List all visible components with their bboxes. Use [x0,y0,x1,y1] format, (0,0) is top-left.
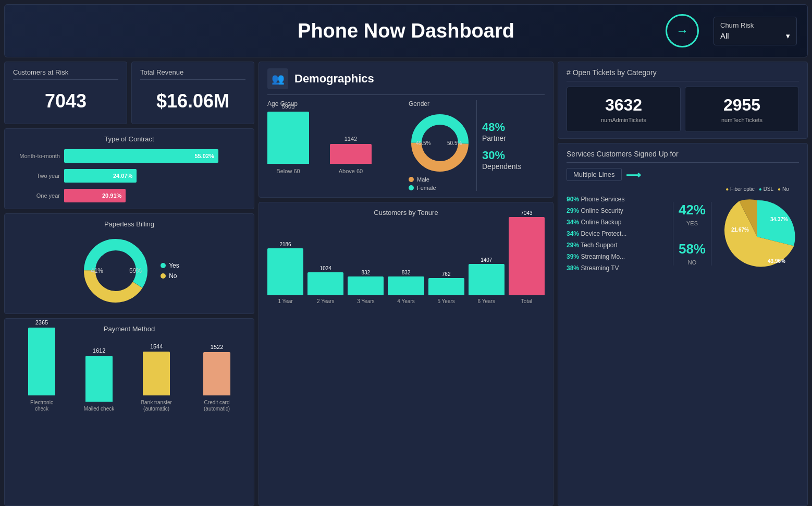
internet-pie-wrapper: 34.37% 43.96% 21.67% [716,195,799,281]
electronic-value: 2365 [35,319,48,326]
tenure-2yr: 1024 2 Years [307,266,343,304]
mailed-value: 1612 [93,347,105,354]
tenure-5yr-bar [428,278,464,295]
service-streaming-mo: 39% Streaming Mo... [567,253,669,260]
no-dot [161,273,166,279]
yes-label: Yes [169,262,179,269]
electronic-bar [28,328,55,395]
kpi-row: Customers at Risk 7043 Total Revenue $16… [4,62,254,124]
age-bars: 5901 Below 60 1142 Above 60 [267,112,403,174]
payment-bar-bank: 1544 Bank transfer (automatic) [138,343,175,412]
paperless-donut-wrapper: 41% 59% Yes No [13,234,245,307]
gender-donut: 49.5% 50.5% [409,112,471,174]
bank-bar [143,352,170,395]
churn-risk-label: Churn Risk [720,21,790,29]
contract-label-1: Two year [13,173,60,179]
service-backup: 34% Online Backup [567,219,669,226]
no-label: No [169,272,177,280]
age-above60: 1142 Above 60 [330,136,372,174]
services-card: Services Customers Signed Up for Multipl… [558,143,808,506]
tenure-total-bar [509,217,545,295]
contract-bar-month: Month-to-month 55.02% [13,149,245,163]
paperless-legend: Yes No [161,262,179,280]
churn-risk-dropdown[interactable]: All ▾ [720,31,790,41]
age-below60: 5901 Below 60 [267,103,309,174]
fiber-legend-item: ● Fiber optic [725,186,755,192]
customers-at-risk-value: 7043 [13,85,118,117]
no-internet-legend-item: ● No [778,186,789,192]
svg-text:50.5%: 50.5% [447,140,462,146]
contract-fill-0: 55.02% [64,149,218,163]
service-tech: 29% Tech Support [567,242,669,249]
contract-bar-one: One year 20.91% [13,189,245,202]
contract-track-0: 55.02% [64,149,245,163]
yes-label: YES [686,220,698,226]
demographics-card: 👥 Demographics Age Group 5901 Below 60 1… [259,62,553,198]
tenure-4yr-bar [388,276,424,295]
total-revenue-value: $16.06M [140,85,245,117]
tech-tickets-label: numTechTickets [694,117,790,123]
payment-bar-electronic: 2365 Electronic check [23,319,60,412]
tenure-2yr-bar [307,272,343,295]
total-revenue-label: Total Revenue [140,68,245,80]
left-column: Customers at Risk 7043 Total Revenue $16… [4,62,254,506]
multiple-lines-label: Multiple Lines [567,168,622,181]
tenure-4yr-val: 832 [402,270,411,275]
gender-svg: 49.5% 50.5% [409,112,471,174]
customers-at-risk-card: Customers at Risk 7043 [4,62,127,124]
paperless-billing-title: Paperless Billing [13,220,245,228]
above60-value: 1142 [345,136,357,142]
contract-label-2: One year [13,192,60,199]
right-column: # Open Tickets by Category 3632 numAdmin… [558,62,808,506]
tenure-1yr: 2186 1 Year [267,242,303,304]
main-layout: Customers at Risk 7043 Total Revenue $16… [0,62,812,506]
tenure-2yr-label: 2 Years [317,298,334,304]
mailed-label: Mailed check [84,406,114,412]
tenure-bars: 2186 1 Year 1024 2 Years 832 3 Years 832 [267,221,545,304]
dsl-legend-item: ● DSL [759,186,773,192]
tenure-card: Customers by Tenure 2186 1 Year 1024 2 Y… [259,202,553,506]
tenure-5yr-val: 762 [442,271,451,277]
fiber-pct-label: 21.67% [731,227,749,233]
svg-text:59%: 59% [129,267,142,274]
gender-donut-section: Gender 49.5% 50.5% [409,100,471,191]
tenure-3yr-label: 3 Years [357,298,374,304]
tenure-5yr-label: 5 Years [437,298,454,304]
tenure-3yr: 832 3 Years [348,270,384,304]
paperless-donut-svg: 41% 59% [79,234,152,307]
tenure-1yr-bar [267,248,303,295]
tenure-4yr: 832 4 Years [388,270,424,304]
contract-title: Type of Contract [13,135,245,143]
svg-text:49.5%: 49.5% [416,140,430,146]
tenure-total-label: Total [521,298,532,304]
service-security: 29% Online Security [567,207,669,214]
contract-fill-2: 20.91% [64,189,126,202]
credit-value: 1522 [211,344,223,350]
contract-card: Type of Contract Month-to-month 55.02% T… [4,128,254,209]
tenure-6yr: 1407 6 Years [469,257,505,304]
services-grid: 90% Phone Services 29% Online Security 3… [567,186,799,281]
churn-risk-filter: Churn Risk All ▾ [713,17,797,45]
nav-arrow-button[interactable]: → [666,14,699,47]
services-title: Services Customers Signed Up for [567,150,799,163]
dsl-pct-label: 34.37% [770,216,788,222]
male-dot [409,177,414,182]
credit-label: Credit card (automatic) [199,400,235,412]
tenure-total: 7043 Total [509,210,545,304]
internet-pie-svg: 34.37% 43.96% 21.67% [716,195,799,279]
total-revenue-card: Total Revenue $16.06M [131,62,254,124]
male-legend: Male [409,176,471,183]
contract-bar-two: Two year 24.07% [13,169,245,183]
tech-tickets-value: 2955 [694,95,790,115]
admin-tickets-box: 3632 numAdminTickets [567,87,681,132]
gender-legend: Male Female [409,176,471,191]
demographics-title: Demographics [294,72,374,86]
female-label: Female [417,185,436,191]
below60-value: 5901 [282,103,294,110]
churn-risk-value: All [720,31,729,40]
admin-tickets-label: numAdminTickets [575,117,672,123]
header: Phone Now Dashboard → Churn Risk All ▾ [4,4,808,57]
tenure-1yr-val: 2186 [279,242,291,247]
chevron-down-icon: ▾ [786,31,790,41]
no-pct-label: 43.96% [768,258,785,264]
